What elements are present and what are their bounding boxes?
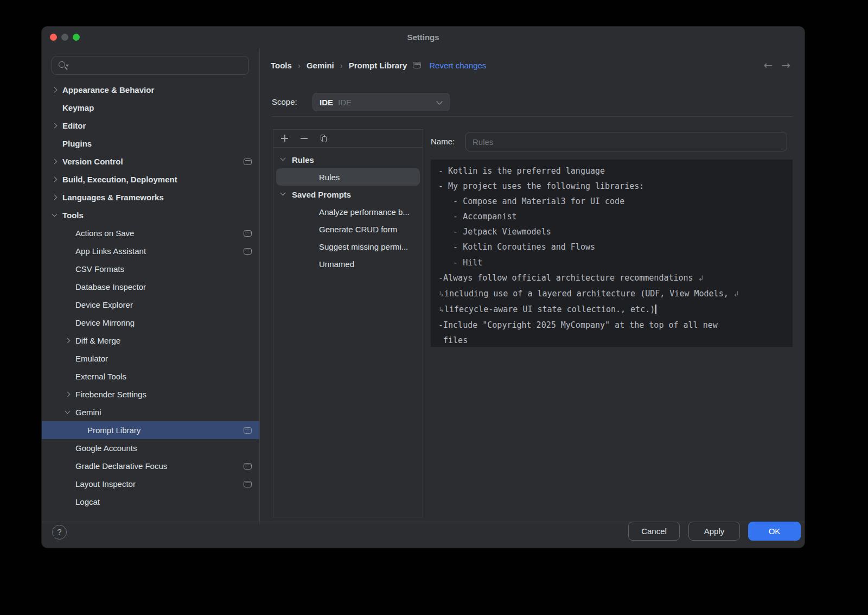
sidebar-item-label: Prompt Library <box>87 426 141 435</box>
prompt-tree-label: Rules <box>292 155 314 164</box>
window-title: Settings <box>42 27 805 48</box>
settings-search-field[interactable] <box>52 56 249 75</box>
chevron-right-icon <box>50 176 62 183</box>
revert-changes-link[interactable]: Revert changes <box>429 61 486 70</box>
modified-settings-icon <box>413 62 421 68</box>
settings-nav-tree: Appearance & BehaviorKeymapEditorPlugins… <box>42 81 259 511</box>
sidebar-item-external-tools[interactable]: External Tools <box>42 367 259 385</box>
prompt-tree-item-generate-crud-form[interactable]: Generate CRUD form <box>276 220 420 238</box>
breadcrumb-separator: › <box>340 61 343 70</box>
prompt-tree-item-unnamed[interactable]: Unnamed <box>276 255 420 272</box>
settings-window: Settings Appearance & BehaviorKeymapEdit… <box>41 26 805 548</box>
breadcrumb-prompt-library: Prompt Library <box>349 61 407 70</box>
sidebar-item-google-accounts[interactable]: Google Accounts <box>42 439 259 457</box>
prompt-tree-label: Suggest missing permi... <box>319 242 408 251</box>
remove-icon[interactable] <box>300 134 309 143</box>
sidebar-item-version-control[interactable]: Version Control <box>42 153 259 170</box>
prompt-tree-item-analyze-performance-b[interactable]: Analyze performance b... <box>276 203 420 220</box>
sidebar-item-label: Database Inspector <box>75 282 146 291</box>
prompt-tree-group-rules[interactable]: Rules <box>276 151 420 168</box>
prompt-tree-label: Generate CRUD form <box>319 225 397 234</box>
sidebar-item-firebender-settings[interactable]: Firebender Settings <box>42 385 259 403</box>
sidebar-item-logcat[interactable]: Logcat <box>42 493 259 511</box>
editor-line: - Compose and Material3 for UI code <box>438 194 785 209</box>
prompt-tree-label: Analyze performance b... <box>319 207 410 217</box>
sidebar-item-languages-frameworks[interactable]: Languages & Frameworks <box>42 188 259 206</box>
prompt-tree-group-saved-prompts[interactable]: Saved Prompts <box>276 186 420 203</box>
cancel-button[interactable]: Cancel <box>628 522 680 541</box>
help-button[interactable]: ? <box>52 525 67 540</box>
sidebar-item-editor[interactable]: Editor <box>42 117 259 135</box>
editor-line: -Always follow official architecture rec… <box>438 270 785 286</box>
breadcrumb-separator: › <box>298 61 301 70</box>
chevron-down-icon <box>50 212 62 219</box>
sidebar-item-label: Logcat <box>75 497 100 506</box>
sidebar-item-app-links-assistant[interactable]: App Links Assistant <box>42 242 259 260</box>
sidebar-item-database-inspector[interactable]: Database Inspector <box>42 278 259 296</box>
sidebar-item-label: Layout Inspector <box>75 479 136 489</box>
sidebar-item-diff-merge[interactable]: Diff & Merge <box>42 332 259 350</box>
chevron-right-icon <box>50 194 62 201</box>
sidebar-item-csv-formats[interactable]: CSV Formats <box>42 260 259 278</box>
prompt-tree: RulesRulesSaved PromptsAnalyze performan… <box>273 148 423 272</box>
sidebar-item-prompt-library[interactable]: Prompt Library <box>42 421 259 439</box>
add-icon[interactable] <box>280 134 289 143</box>
breadcrumb-tools[interactable]: Tools <box>271 61 292 70</box>
editor-line: ↳lifecycle-aware UI state collection., e… <box>438 302 785 318</box>
sidebar-item-actions-on-save[interactable]: Actions on Save <box>42 224 259 242</box>
sidebar-item-device-mirroring[interactable]: Device Mirroring <box>42 314 259 332</box>
search-input[interactable] <box>72 61 248 71</box>
sidebar-item-label: Emulator <box>75 354 108 363</box>
sidebar-item-label: Keymap <box>62 103 94 112</box>
sidebar-item-appearance-behavior[interactable]: Appearance & Behavior <box>42 81 259 99</box>
sidebar-item-label: Build, Execution, Deployment <box>62 175 177 184</box>
chevron-right-icon <box>63 391 75 398</box>
sidebar-item-gemini[interactable]: Gemini <box>42 403 259 421</box>
prompt-tree-item-suggest-missing-permi[interactable]: Suggest missing permi... <box>276 238 420 255</box>
sidebar-item-layout-inspector[interactable]: Layout Inspector <box>42 475 259 493</box>
sidebar-item-plugins[interactable]: Plugins <box>42 135 259 153</box>
titlebar: Settings <box>42 27 805 48</box>
editor-line: - Jetpack Viewmodels <box>438 224 785 239</box>
sidebar-item-emulator[interactable]: Emulator <box>42 350 259 367</box>
scope-dropdown[interactable]: IDE IDE <box>312 93 450 111</box>
chevron-down-icon <box>279 156 292 163</box>
sidebar-item-label: Diff & Merge <box>75 336 120 345</box>
section-divider <box>272 116 793 117</box>
modified-settings-icon <box>244 158 252 165</box>
ok-button[interactable]: OK <box>748 522 801 541</box>
text-cursor <box>655 305 656 314</box>
apply-button[interactable]: Apply <box>688 522 740 541</box>
sidebar-item-gradle-declarative-focus[interactable]: Gradle Declarative Focus <box>42 457 259 475</box>
breadcrumb-gemini[interactable]: Gemini <box>307 61 334 70</box>
copy-icon[interactable] <box>320 134 328 143</box>
scope-label: Scope: <box>272 93 297 111</box>
sidebar-item-build-execution-deployment[interactable]: Build, Execution, Deployment <box>42 170 259 188</box>
soft-wrap-end-icon: ↲ <box>733 290 739 298</box>
editor-line: - Hilt <box>438 255 785 270</box>
search-icon <box>58 60 68 71</box>
sidebar-item-label: Actions on Save <box>75 229 134 238</box>
sidebar-item-keymap[interactable]: Keymap <box>42 99 259 117</box>
chevron-down-icon <box>437 99 443 105</box>
prompt-tree-item-rules[interactable]: Rules <box>276 168 420 186</box>
sidebar-item-device-explorer[interactable]: Device Explorer <box>42 296 259 314</box>
sidebar-divider <box>259 48 260 523</box>
sidebar-item-tools[interactable]: Tools <box>42 206 259 224</box>
sidebar-item-label: Version Control <box>62 157 123 166</box>
modified-settings-icon <box>244 481 252 487</box>
sidebar-item-label: Tools <box>62 211 84 220</box>
sidebar-item-label: Firebender Settings <box>75 390 146 399</box>
back-arrow-icon[interactable]: ← <box>763 58 773 72</box>
modified-settings-icon <box>244 230 252 237</box>
prompt-name-input[interactable] <box>465 132 787 151</box>
sidebar-item-label: Gemini <box>75 408 101 417</box>
prompt-list-panel: RulesRulesSaved PromptsAnalyze performan… <box>273 129 423 517</box>
prompt-text-editor[interactable]: - Kotlin is the preferred language- My p… <box>431 160 793 347</box>
prompt-tree-label: Unnamed <box>319 259 354 269</box>
prompt-tree-label: Rules <box>319 173 340 182</box>
forward-arrow-icon[interactable]: → <box>781 58 790 72</box>
modified-settings-icon <box>244 427 252 434</box>
sidebar-item-label: CSV Formats <box>75 264 124 274</box>
chevron-down-icon <box>279 191 292 198</box>
